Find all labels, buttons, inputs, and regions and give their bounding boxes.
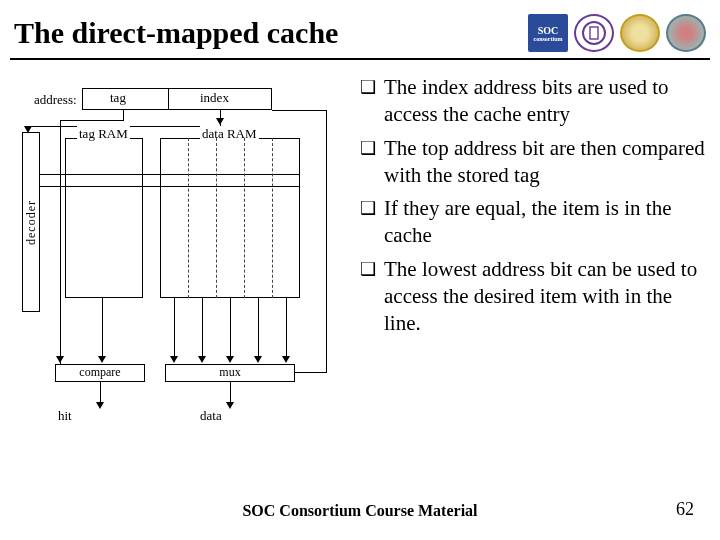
tag-ram-label: tag RAM (77, 126, 130, 142)
mux-block: mux (165, 364, 295, 382)
bullet-item: ❑If they are equal, the item is in the c… (360, 195, 710, 250)
soc-logo: SOCconsortium (528, 14, 568, 52)
bullet-item: ❑The top address bit are then compared w… (360, 135, 710, 190)
tag-ram-block (65, 138, 143, 298)
data-output-label: data (200, 408, 222, 424)
tag-field-label: tag (110, 90, 126, 106)
teal-seal-logo (666, 14, 706, 52)
arrow-icon (170, 356, 178, 363)
footer-text: SOC Consortium Course Material (0, 502, 720, 520)
decoder-block: decoder (22, 132, 40, 312)
bullet-icon: ❑ (360, 74, 376, 129)
data-ram-block (160, 138, 300, 298)
page-number: 62 (676, 499, 694, 520)
cache-diagram: address: tag index decoder tag RAM data … (10, 74, 350, 444)
data-ram-label: data RAM (200, 126, 259, 142)
arrow-icon (96, 402, 104, 409)
hit-label: hit (58, 408, 72, 424)
address-label: address: (34, 92, 77, 108)
yellow-seal-logo (620, 14, 660, 52)
svg-point-0 (583, 22, 605, 44)
logo-strip: SOCconsortium (528, 14, 706, 52)
arrow-icon (254, 356, 262, 363)
bullet-item: ❑The index address bits are used to acce… (360, 74, 710, 129)
arrow-icon (226, 402, 234, 409)
address-separator (168, 88, 169, 110)
svg-rect-1 (590, 27, 598, 39)
bullet-icon: ❑ (360, 135, 376, 190)
arrow-icon (282, 356, 290, 363)
page-title: The direct-mapped cache (14, 16, 338, 50)
bullet-list: ❑The index address bits are used to acce… (350, 74, 710, 460)
compare-block: compare (55, 364, 145, 382)
bullet-icon: ❑ (360, 195, 376, 250)
purple-seal-logo (574, 14, 614, 52)
arrow-icon (226, 356, 234, 363)
bullet-item: ❑The lowest address bit can be used to a… (360, 256, 710, 338)
arrow-icon (98, 356, 106, 363)
index-field-label: index (200, 90, 229, 106)
bullet-icon: ❑ (360, 256, 376, 338)
arrow-icon (198, 356, 206, 363)
arrow-icon (56, 356, 64, 363)
